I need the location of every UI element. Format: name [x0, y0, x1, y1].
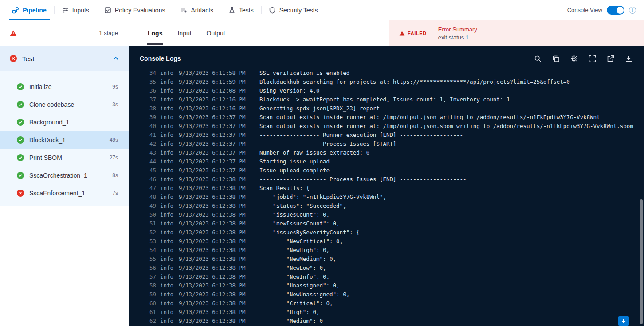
step-row-clone-codebase[interactable]: Clone codebase 3s [0, 96, 129, 113]
fullscreen-icon[interactable] [589, 55, 596, 62]
stage-name: Test [22, 55, 107, 62]
console-log-area[interactable]: 34info9/13/2023 6:11:58 PMSSL verificati… [129, 71, 644, 326]
detail-tabs: Logs Input Output [129, 20, 389, 46]
scroll-to-bottom-button[interactable] [618, 316, 629, 326]
stage-count: 1 stage [99, 30, 118, 36]
step-name: SscaEnforcement_1 [29, 190, 107, 197]
log-timestamp: 9/13/2023 6:12:38 PM [179, 228, 250, 237]
tab-label: Artifacts [191, 7, 213, 14]
step-duration: 8s [112, 172, 118, 179]
tab-input[interactable]: Input [177, 22, 192, 45]
chevron-up-icon[interactable] [113, 55, 119, 62]
log-line: 55info9/13/2023 6:12:38 PM "NewMedium": … [129, 255, 644, 264]
tab-tests[interactable]: Tests [221, 0, 261, 20]
log-line-number: 45 [148, 166, 156, 175]
failed-badge-label: FAILED [408, 31, 427, 36]
log-line-number: 40 [148, 122, 156, 131]
tab-pipeline[interactable]: Pipeline [4, 0, 54, 20]
log-line: 58info9/13/2023 6:12:38 PM "Unassigned":… [129, 281, 644, 290]
log-timestamp: 9/13/2023 6:12:37 PM [179, 166, 250, 175]
log-message: "NewHigh": 0, [259, 246, 330, 255]
step-name: Clone codebase [29, 101, 107, 108]
log-line: 51info9/13/2023 6:12:38 PM "newIssuesCou… [129, 219, 644, 228]
log-line: 42info9/13/2023 6:12:37 PM--------------… [129, 140, 644, 148]
stage-row-test[interactable]: Test [0, 46, 129, 71]
tab-policy-evaluations[interactable]: Policy Evaluations [97, 0, 173, 20]
log-message: "Unassigned": 0, [259, 281, 340, 290]
log-timestamp: 9/13/2023 6:12:08 PM [179, 86, 250, 95]
search-icon[interactable] [534, 55, 542, 62]
stage-block: Test Initialize 9s Clone codebase 3s Bac… [0, 46, 129, 206]
info-icon[interactable]: i [629, 7, 636, 14]
step-row-initialize[interactable]: Initialize 9s [0, 78, 129, 96]
log-timestamp: 9/13/2023 6:12:37 PM [179, 157, 250, 166]
log-timestamp: 9/13/2023 6:12:38 PM [179, 255, 250, 264]
tab-label: Security Tests [279, 7, 318, 14]
log-message: ------------------ Runner execution [END… [259, 131, 463, 140]
tab-output[interactable]: Output [206, 22, 226, 45]
step-duration: 3s [112, 101, 118, 108]
log-level: info [160, 148, 174, 157]
log-level: info [160, 193, 174, 202]
step-row-ssca-orchestration-1[interactable]: SscaOrchestration_1 8s [0, 167, 129, 184]
tab-security-tests[interactable]: Security Tests [261, 0, 326, 20]
log-timestamp: 9/13/2023 6:11:58 PM [179, 71, 250, 78]
step-name: Print SBOM [29, 154, 104, 161]
log-line-number: 46 [148, 175, 156, 184]
log-timestamp: 9/13/2023 6:12:38 PM [179, 299, 250, 308]
step-row-blackduck-1[interactable]: BlackDuck_1 48s [0, 131, 129, 149]
log-message: Blackduck -> awaitReport has completed, … [259, 95, 510, 104]
log-message: "issuesCount": 0, [259, 210, 330, 219]
shield-icon [269, 7, 276, 14]
log-timestamp: 9/13/2023 6:12:37 PM [179, 148, 250, 157]
log-line-number: 56 [148, 264, 156, 272]
tab-logs[interactable]: Logs [147, 22, 163, 45]
failed-badge: FAILED [399, 31, 427, 36]
tab-inputs[interactable]: Inputs [54, 0, 97, 20]
log-line: 52info9/13/2023 6:12:38 PM "issuesBySeve… [129, 228, 644, 237]
step-name: SscaOrchestration_1 [29, 172, 107, 179]
log-timestamp: 9/13/2023 6:12:38 PM [179, 210, 250, 219]
log-level: info [160, 228, 174, 237]
step-name: BlackDuck_1 [29, 136, 104, 144]
log-level: info [160, 166, 174, 175]
tab-artifacts[interactable]: Artifacts [173, 0, 221, 20]
log-message: Scan output exists inside runner at: /tm… [259, 113, 600, 122]
step-row-print-sbom[interactable]: Print SBOM 27s [0, 149, 129, 167]
open-in-new-icon[interactable] [607, 55, 614, 62]
scrollbar-thumb[interactable] [640, 199, 643, 324]
log-level: info [160, 264, 174, 272]
log-level: info [160, 202, 174, 210]
success-icon [17, 136, 24, 144]
log-message: "Medium": 0 [259, 317, 323, 326]
settings-gear-icon[interactable] [570, 55, 578, 62]
step-row-background-1[interactable]: Background_1 [0, 113, 129, 131]
log-line: 40info9/13/2023 6:12:37 PMScan output ex… [129, 122, 644, 131]
download-icon[interactable] [625, 55, 632, 62]
tab-label: Inputs [72, 7, 89, 14]
log-line-number: 41 [148, 131, 156, 140]
warning-icon [10, 30, 17, 37]
log-line: 62info9/13/2023 6:12:38 PM "Medium": 0 [129, 317, 644, 326]
error-summary-message: exit status 1 [438, 34, 477, 41]
log-line: 38info9/13/2023 6:12:16 PMGenerating spd… [129, 104, 644, 113]
log-level: info [160, 255, 174, 264]
top-nav-tabs: Pipeline Inputs Policy Evaluations Artif… [0, 0, 326, 20]
artifacts-icon [180, 7, 187, 14]
warning-icon [399, 31, 405, 36]
console-actions [534, 55, 632, 62]
log-message: "NewLow": 0, [259, 264, 326, 272]
console-view-toggle[interactable] [607, 6, 624, 15]
success-icon [17, 154, 24, 161]
log-line: 44info9/13/2023 6:12:37 PMStarting issue… [129, 157, 644, 166]
log-line-number: 35 [148, 78, 156, 86]
log-level: info [160, 86, 174, 95]
copy-icon[interactable] [552, 55, 560, 62]
log-level: info [160, 281, 174, 290]
step-row-ssca-enforcement-1[interactable]: SscaEnforcement_1 7s [0, 184, 129, 202]
log-line-number: 36 [148, 86, 156, 95]
log-level: info [160, 237, 174, 246]
step-duration: 48s [110, 137, 118, 143]
log-line: 57info9/13/2023 6:12:38 PM "NewInfo": 0, [129, 272, 644, 281]
log-line-number: 59 [148, 290, 156, 299]
